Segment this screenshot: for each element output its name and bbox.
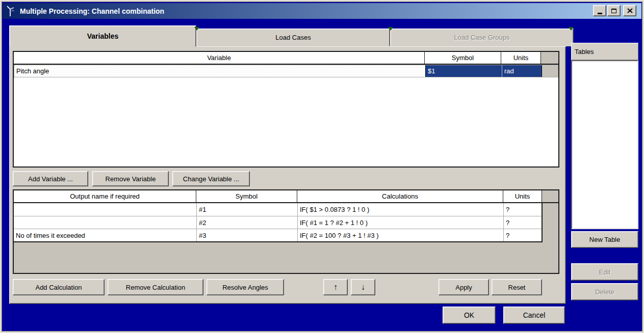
column-header-symbol: Symbol [196, 190, 297, 202]
cell-units[interactable]: ? [503, 203, 542, 216]
column-header-variable: Variable [14, 52, 425, 64]
move-down-button[interactable]: ↓ [351, 279, 375, 295]
column-header-units: Units [501, 52, 541, 64]
calculations-table: Output name if required Symbol Calculati… [13, 189, 559, 274]
table-row[interactable]: #2 IF( #1 = 1 ? #2 + 1 ! 0 ) ? [14, 216, 542, 229]
calculations-table-body: #1 IF( $1 > 0.0873 ? 1 ! 0 ) ? #2 IF( #1… [14, 203, 543, 242]
close-button[interactable] [623, 5, 636, 16]
move-up-button[interactable]: ↑ [323, 279, 348, 295]
cell-output-name[interactable] [14, 203, 196, 216]
variables-table: Variable Symbol Units Pitch angle $1 rad [13, 51, 559, 168]
variables-tab-page: Variable Symbol Units Pitch angle $1 rad… [9, 46, 566, 304]
ok-button[interactable]: OK [443, 307, 496, 324]
cell-symbol[interactable]: #3 [196, 229, 297, 241]
title-bar[interactable]: Multiple Processing: Channel combination [3, 3, 641, 19]
calculations-table-header: Output name if required Symbol Calculati… [14, 190, 558, 203]
tab-variables[interactable]: Variables [9, 25, 196, 47]
variables-table-header: Variable Symbol Units [14, 52, 558, 65]
add-calculation-button[interactable]: Add Calculation [13, 279, 105, 295]
cell-variable[interactable]: Pitch angle [14, 65, 425, 77]
column-header-units: Units [503, 190, 542, 202]
cancel-button[interactable]: Cancel [503, 307, 565, 324]
column-header-filler [542, 190, 558, 202]
change-variable-button[interactable]: Change Variable ... [172, 171, 250, 186]
close-icon [627, 8, 633, 13]
minimize-icon [598, 13, 602, 14]
edit-table-button: Edit [571, 263, 638, 281]
cell-calculation[interactable]: IF( #2 = 100 ? #3 + 1 ! #3 ) [297, 229, 503, 241]
column-header-output-name: Output name if required [14, 190, 196, 202]
add-variable-button[interactable]: Add Variable ... [13, 171, 88, 186]
remove-calculation-button[interactable]: Remove Calculation [108, 279, 203, 295]
maximize-icon [611, 9, 616, 13]
cell-output-name[interactable] [14, 216, 196, 229]
column-header-calculations: Calculations [297, 190, 503, 202]
apply-button[interactable]: Apply [439, 279, 489, 295]
cell-units[interactable]: rad [502, 65, 542, 77]
cell-symbol[interactable]: #2 [196, 216, 297, 229]
window-title: Multiple Processing: Channel combination [20, 7, 164, 15]
cell-calculation[interactable]: IF( $1 > 0.0873 ? 1 ! 0 ) [297, 203, 503, 216]
minimize-button[interactable] [593, 5, 606, 16]
cell-symbol[interactable]: $1 [425, 65, 502, 77]
reset-button[interactable]: Reset [492, 279, 542, 295]
tables-panel-title: Tables [571, 43, 638, 60]
remove-variable-button[interactable]: Remove Variable [92, 171, 169, 186]
cell-filler [542, 65, 558, 77]
column-header-symbol: Symbol [425, 52, 501, 64]
tables-listbox[interactable] [571, 60, 638, 229]
cell-output-name[interactable]: No of times it exceeded [14, 229, 196, 241]
app-icon [6, 5, 16, 17]
delete-table-button: Delete [571, 283, 638, 300]
window-controls [593, 5, 636, 16]
down-arrow-icon: ↓ [361, 283, 365, 292]
column-header-filler [541, 52, 558, 64]
resolve-angles-button[interactable]: Resolve Angles [207, 279, 284, 295]
cell-calculation[interactable]: IF( #1 = 1 ? #2 + 1 ! 0 ) [297, 216, 503, 229]
table-row[interactable]: #1 IF( $1 > 0.0873 ? 1 ! 0 ) ? [14, 203, 542, 216]
tab-load-case-groups: Load Case Groups [390, 29, 574, 46]
cell-units[interactable]: ? [503, 229, 542, 241]
maximize-button[interactable] [607, 5, 621, 16]
dialog-window: Multiple Processing: Channel combination… [0, 0, 644, 333]
cell-symbol[interactable]: #1 [196, 203, 297, 216]
table-row[interactable]: Pitch angle $1 rad [14, 65, 558, 77]
new-table-button[interactable]: New Table [571, 231, 638, 248]
cell-units[interactable]: ? [503, 216, 542, 229]
table-row[interactable]: No of times it exceeded #3 IF( #2 = 100 … [14, 229, 542, 241]
up-arrow-icon: ↑ [333, 283, 338, 292]
tab-load-cases[interactable]: Load Cases [196, 29, 390, 46]
